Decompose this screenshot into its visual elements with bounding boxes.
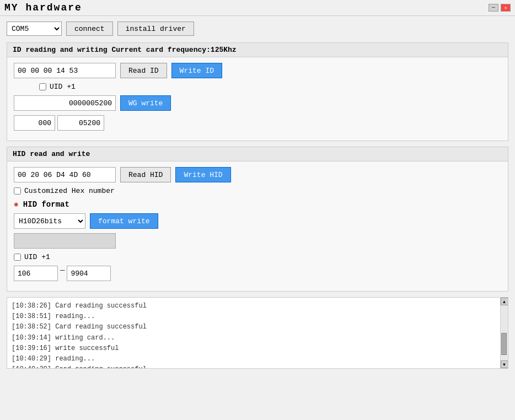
write-id-button[interactable]: Write ID bbox=[171, 63, 222, 78]
scroll-up-arrow[interactable]: ▲ bbox=[501, 298, 508, 305]
hid-uid-plus1-label: UID +1 bbox=[24, 253, 50, 261]
format-select[interactable]: H10D26bits H10D34bits H10D37bits Corpora… bbox=[14, 213, 85, 229]
customized-hex-checkbox[interactable] bbox=[14, 187, 21, 195]
small-inputs-row bbox=[14, 115, 501, 131]
wg-row: WG write bbox=[14, 95, 501, 111]
customized-hex-label: Customized Hex number bbox=[24, 187, 115, 195]
hid-row: Read HID Write HID bbox=[14, 167, 501, 182]
id-section: ID reading and writing Current card freq… bbox=[7, 42, 508, 141]
main-content: COM5 COM3 COM4 COM6 connect install driv… bbox=[0, 16, 515, 374]
wg-write-button[interactable]: WG write bbox=[120, 95, 171, 111]
install-driver-button[interactable]: install driver bbox=[117, 21, 194, 36]
window-controls: ─ ✕ bbox=[489, 4, 511, 12]
hid-part2-input[interactable] bbox=[67, 266, 111, 281]
id-row: Read ID Write ID bbox=[14, 63, 501, 78]
log-line: [10:38:26] Card reading successful bbox=[12, 301, 496, 311]
write-hid-button[interactable]: Write HID bbox=[175, 167, 230, 182]
connect-button[interactable]: connect bbox=[66, 21, 113, 36]
hid-section-body: Read HID Write HID Customized Hex number… bbox=[7, 161, 508, 291]
log-line: [10:40:29] reading... bbox=[12, 354, 496, 364]
hid-small-inputs: — bbox=[14, 266, 501, 281]
log-line: [10:40:30] Card reading successful bbox=[12, 364, 496, 369]
hid-format-section: ✺ HID format H10D26bits H10D34bits H10D3… bbox=[14, 200, 501, 281]
uid-plus1-label: UID +1 bbox=[50, 83, 76, 91]
hid-uid-plus1-checkbox[interactable] bbox=[14, 254, 21, 261]
format-input[interactable] bbox=[14, 233, 116, 249]
format-input-row bbox=[14, 233, 501, 249]
read-id-button[interactable]: Read ID bbox=[120, 63, 167, 78]
id-input[interactable] bbox=[14, 63, 116, 78]
hid-section: HID read and write Read HID Write HID Cu… bbox=[7, 147, 508, 292]
dash-separator: — bbox=[60, 266, 65, 281]
log-line: [10:38:52] Card reading successful bbox=[12, 322, 496, 332]
scrollbar-thumb[interactable] bbox=[501, 333, 507, 355]
hid-part1-input[interactable] bbox=[14, 266, 58, 281]
close-button[interactable]: ✕ bbox=[501, 4, 511, 12]
minimize-button[interactable]: ─ bbox=[489, 4, 498, 12]
hid-section-header: HID read and write bbox=[7, 147, 508, 161]
port-select[interactable]: COM5 COM3 COM4 COM6 bbox=[7, 21, 62, 36]
uid-plus1-row: UID +1 bbox=[14, 83, 501, 91]
wg-input[interactable] bbox=[14, 95, 116, 111]
read-hid-button[interactable]: Read HID bbox=[120, 167, 171, 182]
app-title: MY hardware bbox=[4, 2, 82, 13]
log-panel: [10:38:26] Card reading successful[10:38… bbox=[7, 297, 508, 369]
format-row: H10D26bits H10D34bits H10D37bits Corpora… bbox=[14, 213, 501, 229]
format-write-button[interactable]: format write bbox=[90, 213, 158, 229]
customized-hex-row: Customized Hex number bbox=[14, 187, 501, 195]
log-line: [10:39:14] writing card... bbox=[12, 333, 496, 343]
log-line: [10:38:51] reading... bbox=[12, 311, 496, 322]
id-section-body: Read ID Write ID UID +1 WG write bbox=[7, 57, 508, 141]
id-section-header: ID reading and writing Current card freq… bbox=[7, 43, 508, 57]
scroll-down-arrow[interactable]: ▼ bbox=[501, 360, 508, 368]
title-bar: MY hardware ─ ✕ bbox=[0, 0, 515, 16]
uid-plus1-checkbox[interactable] bbox=[39, 83, 46, 90]
scrollbar-track bbox=[501, 305, 508, 360]
part2-input[interactable] bbox=[57, 115, 104, 131]
hid-icon: ✺ bbox=[14, 200, 18, 209]
log-scrollbar: ▲ ▼ bbox=[500, 298, 508, 368]
toolbar: COM5 COM3 COM4 COM6 connect install driv… bbox=[7, 21, 508, 36]
hid-format-title: ✺ HID format bbox=[14, 200, 501, 209]
hid-uid-plus1-row: UID +1 bbox=[14, 253, 501, 261]
log-line: [10:39:16] write successful bbox=[12, 343, 496, 354]
part1-input[interactable] bbox=[14, 115, 55, 131]
hid-input[interactable] bbox=[14, 167, 116, 182]
log-content: [10:38:26] Card reading successful[10:38… bbox=[7, 298, 500, 368]
